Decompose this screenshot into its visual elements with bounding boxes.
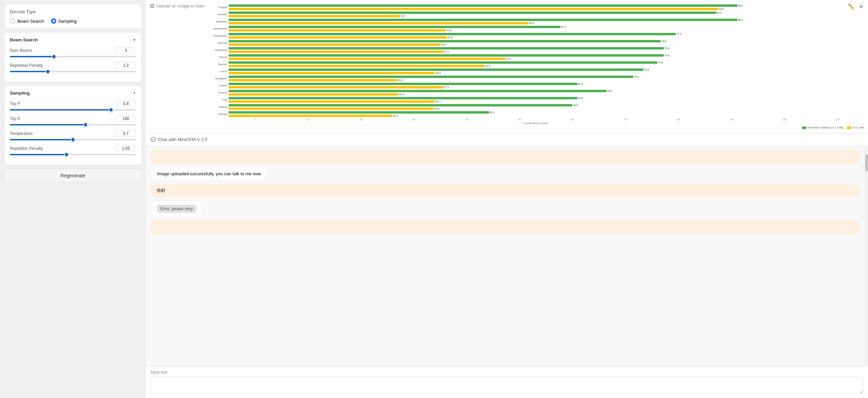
beam-rep-penalty-value[interactable]: 1.2	[116, 62, 136, 69]
sampling-header: Sampling ▼	[10, 91, 136, 96]
chart-bar-row: Korean 65.4 29.4	[208, 89, 864, 96]
top-p-slider[interactable]	[10, 109, 136, 111]
top-k-slider[interactable]	[10, 124, 136, 125]
chat-title: Chat with MiniCPM-V 2.5	[158, 137, 207, 142]
beam-rep-penalty-fill	[10, 71, 48, 72]
scrollbar-thumb[interactable]	[865, 154, 868, 171]
num-beams-param: Num Beams 3	[10, 47, 136, 57]
chart-bar-row: Thai 60.4 35.7	[208, 97, 864, 103]
sampling-option[interactable]: Sampling	[51, 18, 77, 24]
top-k-value[interactable]: 100	[116, 115, 136, 122]
chart-bar-row: Serbian 45.1 28.4	[208, 111, 864, 117]
chart-bar-row: Spanish 74.3 44.3	[208, 61, 864, 67]
upload-icon: 🖼	[150, 3, 154, 8]
sampling-card: Sampling ▼ Top P 0.8 Top K 100	[4, 85, 142, 165]
text-input[interactable]	[151, 377, 863, 394]
chart-bar-row: Hungarian 70.1 29.3	[208, 75, 864, 82]
chat-section: 💬 Chat with MiniCPM-V 2.5 Image uploaded…	[146, 134, 868, 398]
chat-scroll-wrapper: Image uploaded successfully, you can tal…	[146, 146, 868, 366]
right-panel: 🖼 Upload an image to start English 88.1 …	[146, 0, 868, 398]
sampling-section-title: Sampling	[10, 91, 30, 96]
edit-button[interactable]: ✏️	[847, 3, 855, 11]
beam-search-label: Beam Search	[17, 19, 44, 24]
chart-bar-row: Russian 84.4 29.7	[208, 11, 864, 18]
bar-chart: English 88.1 84.8 Russian	[208, 4, 864, 129]
top-p-fill	[10, 109, 111, 111]
top-k-param: Top K 100	[10, 115, 136, 125]
decode-type-card: Decode Type Beam Search Sampling	[4, 4, 142, 29]
left-panel: Decode Type Beam Search Sampling Beam Se…	[0, 0, 146, 398]
input-label: Input text	[151, 370, 863, 375]
top-p-param: Top P 0.8	[10, 100, 136, 111]
top-k-label: Top K	[10, 116, 20, 121]
temperature-param: Temperature 0.7	[10, 130, 136, 140]
temperature-value[interactable]: 0.7	[116, 130, 136, 137]
message-user-3	[151, 221, 860, 234]
sampling-rep-penalty-param: Repetition Penalty 1.05	[10, 145, 136, 155]
image-section: 🖼 Upload an image to start English 88.1 …	[146, 0, 868, 134]
num-beams-fill	[10, 56, 54, 57]
beam-search-collapse[interactable]: ▼	[133, 38, 136, 42]
chart-bar-row: Romanian 75.4 37.2	[208, 47, 864, 53]
beam-search-header: Beam Search ▼	[10, 37, 136, 42]
temperature-fill	[10, 139, 73, 140]
top-p-label: Top P	[10, 101, 20, 106]
chart-bar-row: Latvian 59.5 35.5	[208, 104, 864, 110]
num-beams-label: Num Beams	[10, 48, 32, 53]
upload-text: Upload an image to start	[156, 3, 205, 8]
chat-icon: 💬	[151, 137, 156, 142]
chart-bar-row: English 88.1 84.8	[208, 4, 864, 11]
message-bot-1-text: Image uploaded successfully, you can tal…	[157, 171, 261, 176]
decode-type-options: Beam Search Sampling	[10, 18, 136, 24]
sampling-rep-penalty-slider[interactable]	[10, 154, 136, 155]
top-k-fill	[10, 124, 85, 125]
beam-search-option[interactable]: Beam Search	[10, 18, 44, 24]
chart-bar-row: German 74.8 36.7	[208, 40, 864, 46]
close-button[interactable]: ✕	[858, 3, 864, 11]
chart-bar-row: Japanese 88.1 51.9	[208, 18, 864, 25]
chart-bar-row: Czech 71.8 35.8	[208, 68, 864, 75]
message-user-1	[151, 150, 860, 163]
temperature-label: Temperature	[10, 131, 33, 136]
beam-rep-penalty-label: Repetition Penalty	[10, 63, 43, 68]
top-p-value[interactable]: 0.8	[116, 100, 136, 107]
regenerate-button[interactable]: Regenerate	[4, 168, 142, 183]
beam-rep-penalty-slider[interactable]	[10, 71, 136, 72]
chat-messages: Image uploaded successfully, you can tal…	[146, 146, 865, 366]
beam-rep-penalty-thumb[interactable]	[45, 69, 50, 74]
beam-search-card: Beam Search ▼ Num Beams 3 Repetition Pen…	[4, 32, 142, 82]
decode-type-title: Decode Type	[10, 9, 136, 14]
num-beams-slider[interactable]	[10, 56, 136, 57]
beam-search-section-title: Beam Search	[10, 37, 38, 42]
sampling-rep-penalty-fill	[10, 154, 66, 155]
message-user-2-text: 你好	[157, 188, 166, 193]
sampling-radio[interactable]	[51, 18, 56, 24]
beam-search-radio[interactable]	[10, 18, 15, 24]
message-user-2: 你好	[151, 184, 860, 197]
sampling-rep-penalty-thumb[interactable]	[64, 152, 69, 157]
chart-bar-row: Vietnamese 57.4 37.6	[208, 25, 864, 32]
chart-bar-row: French 75.3 47.8	[208, 54, 864, 60]
input-section: Input text	[146, 366, 868, 398]
top-k-thumb[interactable]	[83, 122, 88, 127]
sampling-collapse[interactable]: ▼	[133, 91, 136, 95]
temperature-thumb[interactable]	[71, 137, 75, 142]
scrollbar[interactable]	[865, 146, 868, 366]
message-error: Error, please retry	[151, 200, 202, 217]
chart-bar-row: Turkish 60.4 37.2	[208, 82, 864, 89]
sampling-label: Sampling	[58, 19, 77, 24]
chart-container: English 88.1 84.8 Russian	[208, 3, 864, 131]
sampling-rep-penalty-value[interactable]: 1.05	[116, 145, 136, 152]
upload-label[interactable]: 🖼 Upload an image to start	[150, 3, 205, 8]
message-bot-1: Image uploaded successfully, you can tal…	[151, 167, 267, 181]
num-beams-value[interactable]: 3	[116, 47, 136, 54]
top-p-thumb[interactable]	[109, 107, 113, 112]
error-badge: Error, please retry	[157, 205, 196, 213]
temperature-slider[interactable]	[10, 139, 136, 140]
num-beams-thumb[interactable]	[52, 54, 56, 59]
beam-rep-penalty-param: Repetition Penalty 1.2	[10, 62, 136, 72]
chart-bar-row: Portuguese 77.4 37.8	[208, 33, 864, 39]
sampling-rep-penalty-label: Repetition Penalty	[10, 146, 43, 151]
image-actions: ✏️ ✕	[847, 3, 864, 11]
chat-header: 💬 Chat with MiniCPM-V 2.5	[146, 134, 868, 146]
